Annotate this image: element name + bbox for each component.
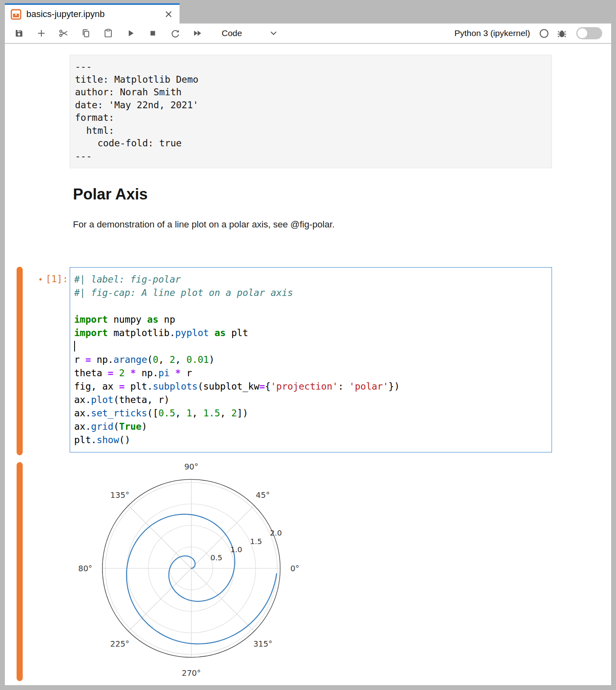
svg-text:90°: 90° — [184, 462, 199, 471]
text-cursor — [74, 341, 75, 351]
execution-count: [1]: — [46, 274, 68, 284]
run-all-icon — [192, 28, 203, 39]
tab-title: basics-jupyter.ipynb — [26, 9, 105, 19]
code-line — [74, 300, 548, 313]
notebook-panel: --- title: Matplotlib Demo author: Norah… — [5, 44, 611, 685]
code-line: ax.grid(True) — [74, 420, 548, 433]
code-line: import numpy as np — [74, 313, 548, 326]
svg-text:0.5: 0.5 — [210, 553, 222, 562]
restart-kernel-icon — [170, 28, 180, 39]
output-area: 0°45°90°135°180°225°270°315°0.51.01.52.0 — [78, 455, 305, 679]
svg-text:1.0: 1.0 — [230, 545, 242, 554]
polar-plot: 0°45°90°135°180°225°270°315°0.51.01.52.0 — [78, 455, 305, 679]
cell-type-dropdown[interactable]: Code — [222, 28, 278, 38]
stop-button[interactable] — [148, 28, 158, 39]
cell-type-label: Code — [222, 28, 242, 38]
add-cell-button[interactable] — [36, 28, 47, 39]
copy-cell-icon — [81, 28, 91, 39]
debug-toggle[interactable] — [576, 27, 602, 39]
svg-text:225°: 225° — [110, 639, 129, 649]
toggle-knob — [578, 28, 587, 38]
code-line: ax.set_rticks([0.5, 1, 1.5, 2]) — [74, 407, 548, 420]
add-cell-icon — [36, 28, 47, 39]
code-line: #| fig-cap: A line plot on a polar axis — [74, 286, 548, 300]
notebook-file-icon — [11, 9, 21, 20]
save-button[interactable] — [14, 28, 24, 39]
svg-text:315°: 315° — [253, 639, 272, 649]
svg-text:45°: 45° — [256, 491, 270, 500]
restart-kernel-button[interactable] — [170, 28, 180, 39]
toolbar-right-group: Python 3 (ipykernel) — [454, 27, 602, 39]
kernel-name[interactable]: Python 3 (ipykernel) — [454, 28, 530, 38]
code-lines: #| label: fig-polar#| fig-cap: A line pl… — [74, 273, 548, 447]
cut-cell-button[interactable] — [58, 28, 69, 39]
run-all-button[interactable] — [192, 28, 203, 39]
notebook-tab[interactable]: basics-jupyter.ipynb — [5, 3, 180, 24]
cut-cell-icon — [58, 28, 69, 39]
raw-frontmatter-cell[interactable]: --- title: Matplotlib Demo author: Norah… — [70, 55, 552, 168]
notebook-toolbar: Code Python 3 (ipykernel) — [5, 24, 611, 43]
kernel-status-icon[interactable] — [538, 28, 550, 39]
raw-cell-text[interactable]: --- title: Matplotlib Demo author: Norah… — [75, 60, 547, 163]
code-line: fig, ax = plt.subplots(subplot_kw={'proj… — [74, 380, 548, 393]
svg-text:135°: 135° — [110, 491, 129, 500]
code-line: #| label: fig-polar — [74, 273, 548, 286]
output-cell-collapser[interactable] — [17, 462, 23, 681]
debugger-icon[interactable] — [556, 28, 567, 39]
svg-text:180°: 180° — [78, 564, 92, 573]
stop-icon — [148, 28, 158, 39]
svg-text:0°: 0° — [290, 564, 299, 573]
chevron-down-icon — [269, 28, 278, 38]
paste-cell-button[interactable] — [103, 28, 113, 39]
execution-prompt: •[1]: — [33, 272, 68, 286]
run-button[interactable] — [125, 28, 136, 39]
code-line: r = np.arange(0, 2, 0.01) — [74, 353, 548, 366]
modified-dot: • — [38, 275, 43, 284]
toolbar-left-icons — [14, 28, 214, 39]
code-line: ax.plot(theta, r) — [74, 393, 548, 407]
svg-text:2.0: 2.0 — [270, 529, 282, 537]
code-line: import matplotlib.pyplot as plt — [74, 326, 548, 340]
svg-text:270°: 270° — [182, 669, 201, 678]
save-icon — [14, 28, 24, 39]
jupyter-window: { "colors": { "accent_blue": "#2B7BC9", … — [0, 0, 616, 690]
markdown-paragraph: For a demonstration of a line plot on a … — [73, 219, 335, 230]
svg-text:1.5: 1.5 — [250, 537, 262, 546]
input-cell-collapser[interactable] — [17, 267, 23, 455]
paste-cell-icon — [103, 28, 113, 39]
markdown-heading: Polar Axis — [73, 186, 148, 203]
run-icon — [125, 28, 136, 39]
close-icon[interactable] — [163, 9, 174, 19]
code-line — [74, 340, 548, 353]
copy-cell-button[interactable] — [81, 28, 91, 39]
code-editor[interactable]: #| label: fig-polar#| fig-cap: A line pl… — [70, 267, 552, 452]
code-line: plt.show() — [74, 433, 548, 447]
code-line: theta = 2 * np.pi * r — [74, 366, 548, 380]
